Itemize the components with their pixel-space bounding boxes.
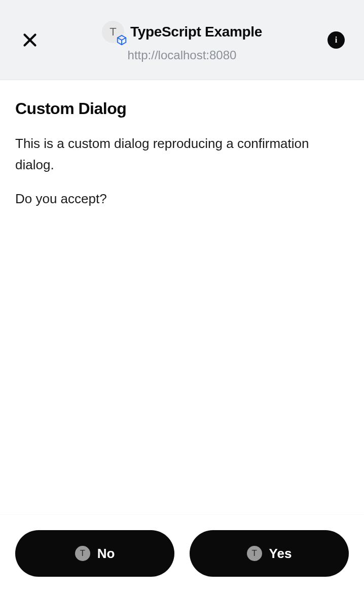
no-button-label: No bbox=[97, 546, 115, 562]
info-button[interactable]: i bbox=[327, 31, 345, 49]
dialog-content: Custom Dialog This is a custom dialog re… bbox=[0, 80, 364, 514]
header-center: T TypeScript Example http://localhost:80… bbox=[15, 21, 349, 62]
close-button[interactable] bbox=[19, 29, 41, 51]
dialog-footer: T No T Yes bbox=[0, 514, 364, 595]
cube-icon bbox=[116, 34, 127, 46]
dialog-header: T TypeScript Example http://localhost:80… bbox=[0, 0, 364, 80]
app-title: TypeScript Example bbox=[130, 24, 262, 40]
no-button-badge: T bbox=[75, 546, 90, 561]
yes-button-label: Yes bbox=[269, 546, 292, 562]
close-icon bbox=[21, 31, 39, 49]
app-badge: T bbox=[102, 21, 124, 43]
dialog-title: Custom Dialog bbox=[15, 99, 349, 118]
dialog-body-line2: Do you accept? bbox=[15, 189, 349, 210]
yes-button[interactable]: T Yes bbox=[190, 530, 349, 577]
app-badge-letter: T bbox=[110, 25, 116, 39]
title-row: T TypeScript Example bbox=[102, 21, 262, 43]
info-icon: i bbox=[335, 35, 337, 45]
yes-button-badge: T bbox=[247, 546, 262, 561]
no-button[interactable]: T No bbox=[15, 530, 174, 577]
app-url: http://localhost:8080 bbox=[128, 48, 237, 62]
dialog-body-line1: This is a custom dialog reproducing a co… bbox=[15, 133, 349, 175]
